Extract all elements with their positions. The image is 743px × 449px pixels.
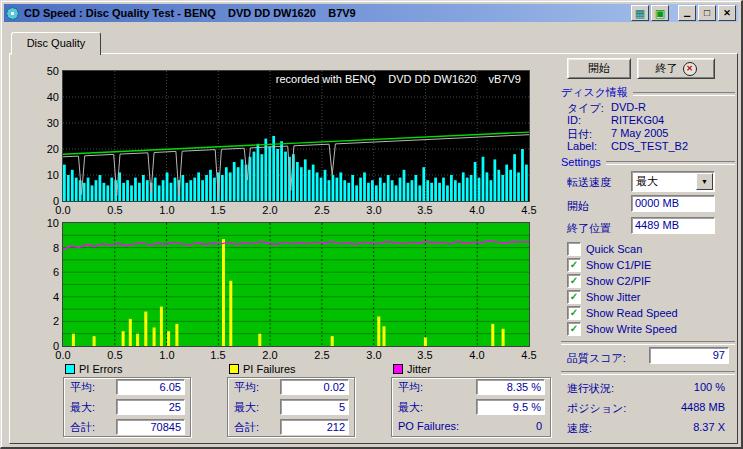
separator: [561, 371, 735, 375]
start-button[interactable]: 開始: [567, 58, 631, 79]
quality-score-value: 97: [649, 347, 729, 364]
checkbox-show-write-speed[interactable]: Show Write Speed: [567, 321, 733, 337]
disc-info-header: ディスク情報: [561, 85, 735, 100]
pi-failures-avg-value: 0.02: [280, 379, 349, 395]
avg-label: 平均:: [234, 381, 259, 393]
checkbox-label: Show Write Speed: [586, 323, 677, 335]
axis-tick-label: 1.0: [156, 204, 178, 216]
axis-tick-label: 4.0: [466, 349, 488, 361]
checked-checkbox-icon[interactable]: [567, 258, 581, 272]
checkbox-show-read-speed[interactable]: Show Read Speed: [567, 305, 733, 321]
axis-tick-label: 2.5: [311, 204, 333, 216]
axis-tick-label: 4.0: [466, 204, 488, 216]
axis-tick-label: 4.5: [518, 204, 540, 216]
axis-tick-label: 4: [37, 291, 59, 303]
jitter-swatch-icon: [393, 364, 403, 374]
avg-label: 平均:: [398, 381, 423, 393]
stat-row: 平均: 8.35 %: [392, 378, 550, 398]
axis-tick-label: 40: [37, 91, 59, 103]
stat-row: 最大: 5: [228, 398, 354, 418]
avg-label: 平均:: [70, 381, 95, 393]
close-button[interactable]: [718, 5, 736, 21]
cd-disc-icon: [6, 7, 19, 20]
axis-tick-label: 2: [37, 315, 59, 327]
jitter-avg-value: 8.35 %: [476, 379, 545, 395]
max-label: 最大:: [398, 401, 423, 413]
checkbox-label: Show C2/PIF: [586, 275, 651, 287]
axis-tick-label: 10: [37, 169, 59, 181]
pi-errors-plot-area: [63, 71, 529, 201]
checkbox-show-c2-pif[interactable]: Show C2/PIF: [567, 273, 733, 289]
disc-info-header-label: ディスク情報: [561, 85, 628, 100]
jitter-pif-plot-area: [63, 223, 529, 346]
checkbox-show-c1-pie[interactable]: Show C1/PIE: [567, 257, 733, 273]
checked-checkbox-icon[interactable]: [567, 290, 581, 304]
jitter-stats-box: 平均: 8.35 % 最大: 9.5 % PO Failures: 0: [391, 377, 551, 437]
axis-tick-label: 2.0: [259, 204, 281, 216]
pi-failures-stats-box: 平均: 0.02 最大: 5 合計: 212: [227, 377, 355, 437]
pi-errors-swatch-icon: [65, 364, 75, 374]
end-position-label: 終了位置: [567, 221, 611, 236]
checkbox-quick-scan[interactable]: Quick Scan: [567, 241, 733, 257]
separator: [561, 341, 735, 345]
total-label: 合計:: [234, 421, 259, 433]
position-value: 4488 MB: [681, 401, 725, 413]
disc-label-value: CDS_TEST_B2: [611, 140, 688, 152]
jitter-pif-chart: [63, 223, 529, 346]
pi-failures-swatch-icon: [229, 364, 239, 374]
axis-tick-label: 0.5: [104, 204, 126, 216]
total-label: 合計:: [70, 421, 95, 433]
axis-tick-label: 3.5: [414, 349, 436, 361]
progress-label: 進行状況:: [567, 381, 614, 396]
stat-row: PO Failures: 0: [392, 418, 550, 438]
stat-row: 平均: 0.02: [228, 378, 354, 398]
transfer-speed-select[interactable]: 最大: [631, 171, 715, 192]
settings-header: Settings: [561, 156, 735, 168]
axis-tick-label: 2.5: [311, 349, 333, 361]
checked-checkbox-icon[interactable]: [567, 274, 581, 288]
checked-checkbox-icon[interactable]: [567, 322, 581, 336]
titlebar-teal-grid-icon-button[interactable]: [631, 5, 649, 21]
stat-row: 最大: 25: [64, 398, 190, 418]
transfer-speed-label: 転送速度: [567, 175, 611, 190]
pi-errors-avg-value: 6.05: [116, 379, 185, 395]
pi-errors-legend: PI Errors: [65, 363, 122, 375]
options-checkbox-group: Quick ScanShow C1/PIEShow C2/PIFShow Jit…: [567, 241, 733, 337]
maximize-button[interactable]: [698, 5, 716, 21]
axis-tick-label: 4.5: [518, 349, 540, 361]
max-label: 最大:: [70, 401, 95, 413]
po-failures-value: 0: [536, 420, 542, 432]
pi-errors-legend-label: PI Errors: [79, 363, 122, 375]
jitter-legend: Jitter: [393, 363, 431, 375]
position-label: ポジション:: [567, 401, 626, 416]
titlebar-green-disc-icon-button[interactable]: [651, 5, 669, 21]
axis-tick-label: 0.0: [52, 204, 74, 216]
disc-date-value: 7 May 2005: [611, 127, 668, 139]
chart-annotation: recorded with BENQ DVD DD DW1620 vB7V9: [63, 73, 521, 85]
checkbox-show-jitter[interactable]: Show Jitter: [567, 289, 733, 305]
chevron-down-icon[interactable]: [696, 173, 713, 190]
title-bar: CD Speed : Disc Quality Test - BENQ DVD …: [4, 4, 738, 22]
start-position-field[interactable]: 0000 MB: [631, 195, 715, 212]
start-position-label: 開始: [567, 199, 589, 214]
disc-type-value: DVD-R: [611, 101, 646, 113]
unchecked-checkbox-icon[interactable]: [567, 242, 581, 256]
end-position-field[interactable]: 4489 MB: [631, 217, 715, 234]
exit-button[interactable]: 終了: [637, 58, 715, 79]
pi-errors-total-value: 70845: [116, 419, 185, 435]
axis-tick-label: 1.5: [207, 204, 229, 216]
pi-errors-stats-box: 平均: 6.05 最大: 25 合計: 70845: [63, 377, 191, 437]
pi-failures-max-value: 5: [280, 399, 349, 415]
jitter-legend-label: Jitter: [407, 363, 431, 375]
checked-checkbox-icon[interactable]: [567, 306, 581, 320]
minimize-button[interactable]: [678, 5, 696, 21]
axis-tick-label: 0.5: [104, 349, 126, 361]
axis-tick-label: 3.0: [363, 349, 385, 361]
app-window: CD Speed : Disc Quality Test - BENQ DVD …: [0, 0, 743, 449]
exit-icon: [683, 62, 697, 76]
pi-failures-legend-label: PI Failures: [243, 363, 296, 375]
axis-tick-label: 50: [37, 65, 59, 77]
pi-failures-legend: PI Failures: [229, 363, 296, 375]
transfer-speed-value: 最大: [636, 174, 658, 189]
tab-disc-quality[interactable]: Disc Quality: [11, 32, 101, 55]
